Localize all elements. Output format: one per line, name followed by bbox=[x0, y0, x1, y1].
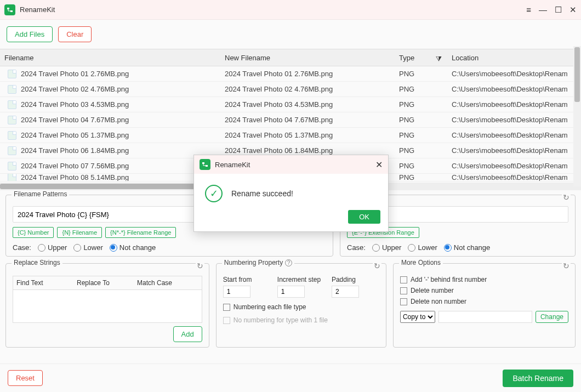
increment-input[interactable] bbox=[277, 286, 305, 298]
cell-new-filename: 2024 Travel Photo 01 2.76MB.png bbox=[220, 70, 395, 78]
cell-filename: 2024 Travel Photo 08 5.14MB.png bbox=[21, 174, 129, 181]
section-title: Filename Patterns bbox=[12, 190, 69, 198]
radio-lower[interactable]: Lower bbox=[73, 243, 102, 252]
increment-label: Increment step bbox=[277, 276, 325, 283]
replace-list[interactable] bbox=[13, 290, 202, 323]
file-icon bbox=[8, 174, 16, 181]
cell-filename: 2024 Travel Photo 04 7.67MB.png bbox=[21, 116, 129, 124]
radio-lower-ext[interactable]: Lower bbox=[408, 243, 437, 252]
success-check-icon: ✓ bbox=[205, 185, 223, 202]
file-icon bbox=[8, 85, 16, 94]
dialog-ok-button[interactable]: OK bbox=[348, 210, 380, 224]
cell-type: PNG bbox=[395, 116, 447, 124]
app-title: RenameKit bbox=[20, 5, 526, 14]
radio-upper[interactable]: Upper bbox=[38, 243, 67, 252]
refresh-icon[interactable]: ↻ bbox=[562, 193, 571, 202]
table-row[interactable]: 2024 Travel Photo 04 7.67MB.png2024 Trav… bbox=[0, 112, 581, 128]
refresh-icon[interactable]: ↻ bbox=[196, 262, 204, 270]
cell-new-filename: 2024 Travel Photo 03 4.53MB.png bbox=[220, 100, 395, 109]
cell-type: PNG bbox=[395, 162, 447, 170]
section-title: Numbering Property? bbox=[222, 259, 294, 266]
more-options-section: More Options ↻ Add '-' behind first numb… bbox=[393, 263, 576, 348]
check-add-dash[interactable]: Add '-' behind first number bbox=[400, 276, 568, 283]
col-find-text: Find Text bbox=[13, 279, 73, 287]
copy-to-select[interactable]: Copy to bbox=[400, 311, 435, 323]
change-button[interactable]: Change bbox=[536, 311, 568, 323]
table-row[interactable]: 2024 Travel Photo 02 4.76MB.png2024 Trav… bbox=[0, 82, 581, 97]
app-icon bbox=[200, 159, 210, 170]
radio-upper-ext[interactable]: Upper bbox=[372, 243, 401, 252]
add-files-button[interactable]: Add Files bbox=[7, 26, 53, 42]
file-icon bbox=[8, 131, 16, 140]
table-header: Filename New Filename Type⧩ Location bbox=[0, 49, 581, 66]
start-from-input[interactable] bbox=[223, 286, 250, 298]
svg-rect-0 bbox=[7, 8, 9, 9]
section-title: Replace Strings bbox=[12, 259, 62, 266]
section-title: More Options bbox=[399, 259, 443, 266]
col-filename[interactable]: Filename bbox=[0, 54, 220, 62]
table-row[interactable]: 2024 Travel Photo 01 2.76MB.png2024 Trav… bbox=[0, 66, 581, 82]
radio-not-change[interactable]: Not change bbox=[110, 243, 156, 252]
menu-icon[interactable]: ≡ bbox=[526, 5, 531, 14]
cell-new-filename: 2024 Travel Photo 05 1.37MB.png bbox=[220, 131, 395, 139]
cell-type: PNG bbox=[395, 70, 447, 78]
footer: Reset Batch Rename bbox=[0, 363, 581, 392]
refresh-icon[interactable]: ↻ bbox=[373, 262, 381, 270]
dialog-close-icon[interactable]: ✕ bbox=[375, 160, 383, 170]
cell-type: PNG bbox=[395, 146, 447, 155]
radio-not-change-ext[interactable]: Not change bbox=[444, 243, 491, 252]
app-icon bbox=[4, 4, 15, 15]
cell-location: C:\Users\mobeesoft\Desktop\Renam bbox=[447, 70, 581, 78]
cell-location: C:\Users\mobeesoft\Desktop\Renam bbox=[447, 116, 581, 124]
copy-to-path[interactable] bbox=[438, 311, 532, 323]
reset-button[interactable]: Reset bbox=[8, 370, 43, 386]
refresh-icon[interactable]: ↻ bbox=[562, 262, 571, 270]
chip-number[interactable]: {C} Number bbox=[13, 227, 54, 238]
col-type[interactable]: Type⧩ bbox=[395, 54, 447, 62]
maximize-icon[interactable]: ☐ bbox=[555, 5, 562, 15]
minimize-icon[interactable]: — bbox=[539, 5, 547, 14]
filter-icon[interactable]: ⧩ bbox=[436, 55, 442, 64]
batch-rename-button[interactable]: Batch Rename bbox=[503, 370, 573, 387]
col-location[interactable]: Location bbox=[447, 54, 581, 62]
file-icon bbox=[8, 146, 16, 155]
cell-filename: 2024 Travel Photo 07 7.56MB.png bbox=[21, 162, 129, 170]
dialog-message: Rename succeed! bbox=[231, 189, 293, 198]
cell-location: C:\Users\mobeesoft\Desktop\Renam bbox=[447, 131, 581, 139]
chip-filename[interactable]: {N} Filename bbox=[57, 227, 102, 238]
dialog-title-bar: RenameKit ✕ bbox=[194, 155, 388, 174]
dialog-title: RenameKit bbox=[215, 161, 375, 169]
cell-filename: 2024 Travel Photo 06 1.84MB.png bbox=[21, 146, 129, 155]
check-delete-non-number[interactable]: Delete non number bbox=[400, 298, 568, 305]
cell-new-filename: 2024 Travel Photo 04 7.67MB.png bbox=[220, 116, 395, 124]
file-icon bbox=[8, 70, 16, 78]
clear-button[interactable]: Clear bbox=[58, 26, 92, 42]
cell-type: PNG bbox=[395, 100, 447, 109]
add-replace-button[interactable]: Add bbox=[173, 326, 202, 342]
check-each-type[interactable]: Numbering each file type bbox=[223, 303, 379, 311]
close-icon[interactable]: ✕ bbox=[569, 5, 577, 15]
col-new-filename[interactable]: New Filename bbox=[220, 54, 395, 62]
chip-filename-range[interactable]: {N*-*} Filename Range bbox=[105, 227, 176, 238]
file-icon bbox=[8, 100, 16, 109]
padding-label: Padding bbox=[332, 276, 379, 283]
toolbar: Add Files Clear bbox=[0, 20, 581, 49]
col-match-case: Match Case bbox=[134, 279, 202, 287]
check-no-num-single[interactable]: No numbering for type with 1 file bbox=[223, 316, 379, 324]
table-row[interactable]: 2024 Travel Photo 03 4.53MB.png2024 Trav… bbox=[0, 97, 581, 112]
replace-header: Find Text Replace To Match Case bbox=[13, 276, 202, 290]
table-row[interactable]: 2024 Travel Photo 05 1.37MB.png2024 Trav… bbox=[0, 128, 581, 143]
numbering-property-section: Numbering Property? ↻ Start from Increme… bbox=[216, 263, 386, 348]
help-icon[interactable]: ? bbox=[285, 259, 292, 266]
case-label: Case: bbox=[13, 243, 31, 252]
cell-location: C:\Users\mobeesoft\Desktop\Renam bbox=[447, 146, 581, 155]
file-icon bbox=[8, 116, 16, 124]
cell-filename: 2024 Travel Photo 02 4.76MB.png bbox=[21, 85, 129, 93]
cell-new-filename: 2024 Travel Photo 02 4.76MB.png bbox=[220, 85, 395, 93]
cell-location: C:\Users\mobeesoft\Desktop\Renam bbox=[447, 162, 581, 170]
cell-new-filename: 2024 Travel Photo 06 1.84MB.png bbox=[220, 146, 395, 155]
check-delete-number[interactable]: Delete number bbox=[400, 287, 568, 294]
col-replace-to: Replace To bbox=[73, 279, 134, 287]
vertical-scrollbar[interactable] bbox=[573, 46, 581, 186]
padding-input[interactable] bbox=[332, 286, 359, 298]
